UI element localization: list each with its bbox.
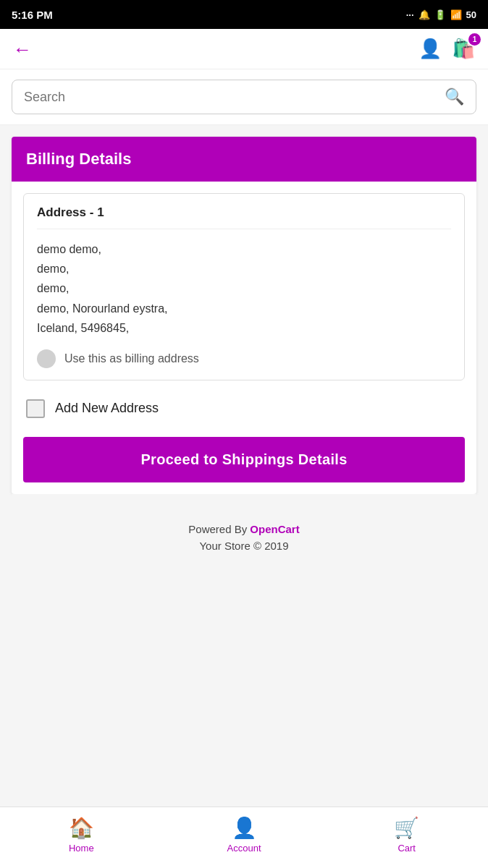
bottom-nav-cart[interactable]: 🛒 Cart bbox=[325, 816, 488, 854]
address-line3: demo, bbox=[37, 282, 69, 294]
cart-nav-icon: 🛒 bbox=[394, 816, 419, 840]
proceed-button[interactable]: Proceed to Shippings Details bbox=[23, 437, 465, 482]
add-address-row: Add New Address bbox=[23, 392, 465, 425]
account-nav-icon: 👤 bbox=[232, 816, 257, 840]
address-line4: demo, Norourland eystra, bbox=[37, 302, 168, 315]
address-line5: Iceland, 5496845, bbox=[37, 322, 129, 334]
battery-percent: 50 bbox=[466, 9, 476, 20]
cart-label: Cart bbox=[397, 843, 416, 854]
address-label: Address - 1 bbox=[37, 205, 451, 229]
footer: Powered By OpenCart Your Store © 2019 bbox=[12, 494, 476, 566]
cart-badge: 1 bbox=[468, 33, 481, 46]
search-icon[interactable]: 🔍 bbox=[445, 88, 464, 106]
home-icon: 🏠 bbox=[69, 816, 94, 840]
billing-header: Billing Details bbox=[12, 137, 476, 182]
billing-section: Billing Details Address - 1 demo demo, d… bbox=[12, 137, 476, 494]
account-label: Account bbox=[227, 843, 261, 854]
notification-icon: 🔔 bbox=[418, 9, 430, 20]
top-nav: ← 👤 🛍️ 1 bbox=[0, 29, 488, 69]
bottom-nav: 🏠 Home 👤 Account 🛒 Cart bbox=[0, 807, 488, 868]
billing-radio-button[interactable] bbox=[37, 349, 56, 368]
billing-radio-label: Use this as billing address bbox=[64, 352, 199, 365]
search-bar: 🔍 bbox=[12, 80, 476, 114]
bottom-nav-account[interactable]: 👤 Account bbox=[163, 816, 326, 854]
billing-title: Billing Details bbox=[26, 150, 131, 168]
search-input[interactable] bbox=[24, 90, 445, 105]
status-bar: 5:16 PM ··· 🔔 🔋 📶 50 bbox=[0, 0, 488, 29]
radio-row: Use this as billing address bbox=[37, 349, 451, 368]
search-container: 🔍 bbox=[0, 69, 488, 125]
back-button[interactable]: ← bbox=[13, 40, 32, 59]
address-line2: demo, bbox=[37, 263, 69, 275]
address-card: Address - 1 demo demo, demo, demo, demo,… bbox=[23, 193, 465, 380]
status-icons: ··· 🔔 🔋 📶 50 bbox=[406, 9, 476, 20]
main-content: Billing Details Address - 1 demo demo, d… bbox=[0, 125, 488, 807]
nav-left: ← bbox=[13, 40, 32, 59]
home-label: Home bbox=[69, 843, 94, 854]
address-line1: demo demo, bbox=[37, 243, 101, 255]
add-address-checkbox[interactable] bbox=[26, 399, 45, 418]
footer-powered-text: Powered By OpenCart bbox=[23, 523, 465, 535]
bottom-nav-home[interactable]: 🏠 Home bbox=[0, 816, 163, 854]
battery-icon: 🔋 bbox=[434, 9, 446, 20]
account-icon[interactable]: 👤 bbox=[418, 38, 442, 60]
cart-icon[interactable]: 🛍️ 1 bbox=[452, 38, 475, 60]
status-time: 5:16 PM bbox=[12, 9, 53, 21]
powered-by-link[interactable]: OpenCart bbox=[250, 523, 299, 535]
billing-body: Address - 1 demo demo, demo, demo, demo,… bbox=[12, 182, 476, 494]
address-details: demo demo, demo, demo, demo, Norourland … bbox=[37, 239, 451, 338]
nav-right: 👤 🛍️ 1 bbox=[418, 38, 475, 60]
footer-store: Your Store © 2019 bbox=[23, 540, 465, 552]
wifi-icon: 📶 bbox=[450, 9, 462, 20]
powered-by-prefix: Powered By bbox=[188, 523, 250, 535]
add-address-label: Add New Address bbox=[55, 401, 159, 416]
